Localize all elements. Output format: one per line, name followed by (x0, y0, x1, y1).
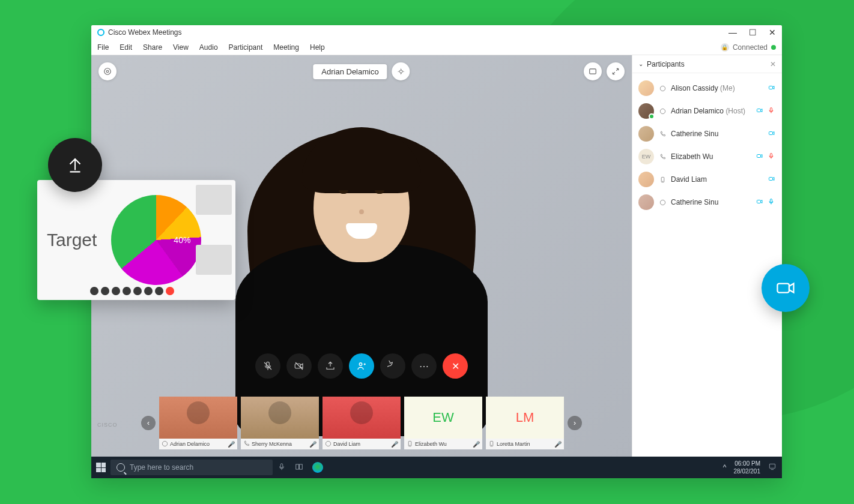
camera-icon (768, 130, 776, 138)
device-type-icon (325, 440, 332, 448)
svg-rect-26 (280, 463, 283, 467)
filmstrip-thumb[interactable]: Sherry McKenna🎤 (241, 397, 319, 449)
device-type-icon (659, 85, 666, 92)
avatar (638, 103, 654, 119)
mic-muted-icon: 🎤 (391, 441, 398, 448)
close-button[interactable]: ✕ (769, 28, 776, 37)
connection-status: 🔒 Connected (721, 43, 776, 52)
share-dots (90, 287, 174, 295)
mic-muted-icon: 🎤 (554, 441, 562, 448)
thumb-name: Sherry McKenna (252, 441, 307, 447)
menu-help[interactable]: Help (310, 43, 325, 52)
avatar (638, 172, 654, 187)
lock-icon: 🔒 (721, 43, 729, 52)
svg-point-0 (104, 68, 111, 75)
camera-icon (756, 152, 764, 161)
mic-icon (768, 152, 776, 161)
menu-share[interactable]: Share (143, 43, 162, 52)
mic-icon (768, 198, 776, 206)
camera-badge[interactable] (762, 264, 810, 312)
menu-participant[interactable]: Participant (229, 43, 263, 52)
participant-row[interactable]: Catherine Sinu (632, 191, 782, 214)
participant-row[interactable]: Adrian Delamico (Host) (632, 100, 782, 122)
active-speaker-pill: Adrian Delamico ✧ (313, 62, 410, 80)
stop-video-button[interactable] (286, 353, 312, 379)
mic-muted-icon: 🎤 (309, 441, 316, 448)
participant-row[interactable]: Alison Cassidy (Me) (632, 77, 782, 100)
speaker-name: Adrian Delamico (313, 64, 387, 79)
share-title: Target (47, 230, 97, 250)
panel-title: Participants (647, 60, 685, 68)
menu-edit[interactable]: Edit (120, 43, 132, 52)
filmstrip-thumb[interactable]: David Liam🎤 (323, 397, 401, 449)
svg-point-6 (162, 441, 167, 446)
filmstrip-thumb[interactable]: LM Loretta Martin🎤 (486, 397, 564, 449)
svg-rect-27 (296, 464, 299, 469)
participant-name: Catherine Sinu (671, 198, 751, 206)
filmstrip: ‹ Adrian Delamico🎤 Sherry McKenna🎤 David… (141, 397, 582, 449)
svg-rect-13 (769, 86, 773, 89)
taskbar-clock[interactable]: 06:00 PM 28/02/201 (734, 460, 761, 475)
filmstrip-prev-button[interactable]: ‹ (141, 416, 156, 430)
mute-button[interactable] (255, 353, 280, 379)
svg-point-9 (410, 445, 410, 445)
device-type-icon (407, 440, 413, 448)
menu-meeting[interactable]: Meeting (273, 43, 299, 52)
notifications-icon[interactable] (768, 463, 777, 473)
svg-point-12 (660, 86, 665, 91)
tray-chevron-icon[interactable]: ^ (723, 463, 727, 472)
svg-rect-2 (590, 69, 596, 74)
upload-badge[interactable] (48, 138, 102, 192)
meeting-controls: ⋯ ✕ (255, 353, 468, 379)
status-label: Connected (733, 43, 768, 52)
menu-audio[interactable]: Audio (199, 43, 218, 52)
search-icon (117, 463, 125, 472)
device-type-icon (659, 176, 666, 183)
svg-rect-28 (300, 464, 303, 469)
main-video-feed (217, 94, 506, 430)
thumb-name: Elizabeth Wu (415, 441, 471, 447)
svg-rect-16 (771, 108, 772, 112)
participants-button[interactable] (349, 353, 374, 379)
share-button[interactable] (318, 353, 343, 379)
share-preview-card: Target (37, 180, 235, 300)
task-view-icon[interactable] (294, 463, 304, 473)
more-button[interactable]: ⋯ (411, 353, 437, 379)
panel-header[interactable]: ⌄ Participants ✕ (632, 55, 782, 73)
titlebar: Cisco Webex Meetings — ☐ ✕ (91, 25, 782, 40)
device-type-icon (488, 440, 495, 448)
minimize-button[interactable]: — (728, 28, 737, 37)
mic-muted-icon: 🎤 (228, 441, 235, 448)
end-call-button[interactable]: ✕ (443, 353, 468, 379)
filmstrip-thumb[interactable]: EW Elizabeth Wu🎤 (404, 397, 482, 449)
maximize-button[interactable]: ☐ (749, 28, 757, 37)
camera-icon (768, 175, 776, 184)
filmstrip-thumb[interactable]: Adrian Delamico🎤 (159, 397, 237, 449)
start-button[interactable] (96, 463, 106, 472)
svg-rect-17 (769, 132, 773, 135)
participant-row[interactable]: Catherine Sinu (632, 122, 782, 145)
svg-point-23 (660, 200, 665, 205)
svg-rect-22 (769, 178, 773, 181)
cortana-mic-icon[interactable] (277, 463, 286, 473)
menu-file[interactable]: File (97, 43, 109, 52)
participant-name: David Liam (671, 175, 763, 184)
avatar: EW (638, 149, 654, 164)
filmstrip-next-button[interactable]: › (568, 416, 582, 430)
pin-button[interactable]: ✧ (392, 62, 410, 80)
panel-close-button[interactable]: ✕ (770, 60, 776, 68)
participant-row[interactable]: EW Elizabeth Wu (632, 145, 782, 168)
participant-row[interactable]: David Liam (632, 168, 782, 191)
svg-point-1 (106, 70, 109, 73)
taskbar-search[interactable]: Type here to search (111, 460, 273, 475)
svg-rect-15 (757, 109, 761, 112)
webex-taskbar-icon[interactable] (312, 462, 323, 473)
expand-button[interactable] (607, 62, 625, 80)
snapshot-button[interactable] (584, 62, 602, 80)
participant-name: Alison Cassidy (Me) (671, 84, 763, 92)
chat-button[interactable] (380, 353, 405, 379)
thumb-name: Adrian Delamico (170, 441, 226, 447)
menu-view[interactable]: View (173, 43, 189, 52)
layout-button[interactable] (98, 62, 117, 80)
app-title: Cisco Webex Meetings (108, 28, 182, 37)
